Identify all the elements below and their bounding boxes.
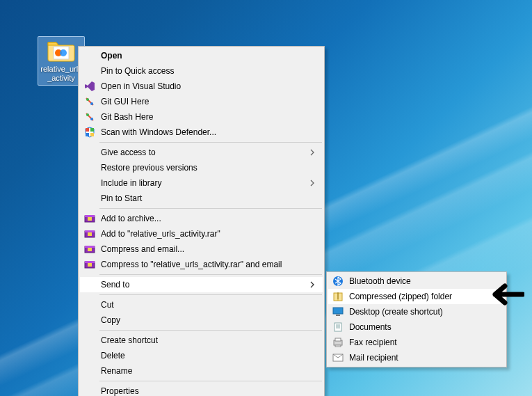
visual-studio-icon bbox=[84, 81, 95, 92]
mail-icon bbox=[332, 352, 344, 363]
send-to-submenu: Bluetooth device Compressed (zipped) fol… bbox=[326, 271, 507, 367]
svg-point-7 bbox=[86, 113, 89, 116]
menu-copy[interactable]: Copy bbox=[80, 312, 323, 328]
chevron-right-icon bbox=[309, 280, 316, 287]
menu-label: Compress and email... bbox=[101, 244, 184, 254]
svg-rect-17 bbox=[85, 230, 95, 232]
menu-windows-defender[interactable]: Scan with Windows Defender... bbox=[80, 125, 323, 140]
svg-rect-14 bbox=[85, 215, 95, 217]
menu-label: Rename bbox=[101, 366, 132, 376]
menu-label: Git GUI Here bbox=[101, 97, 149, 106]
folder-icon bbox=[47, 38, 76, 63]
menu-separator bbox=[99, 208, 322, 209]
submenu-label: Bluetooth device bbox=[349, 276, 411, 286]
git-icon bbox=[84, 96, 95, 107]
defender-shield-icon bbox=[84, 127, 95, 138]
menu-rename[interactable]: Rename bbox=[80, 363, 323, 379]
menu-restore-previous-versions[interactable]: Restore previous versions bbox=[80, 160, 323, 175]
menu-separator bbox=[99, 274, 322, 275]
svg-point-4 bbox=[86, 98, 89, 101]
svg-rect-31 bbox=[335, 338, 341, 341]
submenu-documents[interactable]: Documents bbox=[328, 319, 505, 335]
svg-point-2 bbox=[60, 49, 67, 56]
documents-icon bbox=[332, 322, 344, 333]
desktop-icon bbox=[332, 306, 344, 317]
submenu-label: Desktop (create shortcut) bbox=[349, 307, 443, 317]
menu-add-to-rar[interactable]: Add to "relative_urls_activity.rar" bbox=[80, 226, 323, 241]
menu-label: Give access to bbox=[101, 148, 156, 157]
menu-label: Scan with Windows Defender... bbox=[101, 127, 216, 137]
context-menu: Open Pin to Quick access Open in Visual … bbox=[78, 46, 325, 396]
menu-properties[interactable]: Properties bbox=[80, 383, 323, 396]
menu-label: Include in library bbox=[101, 178, 161, 188]
svg-rect-18 bbox=[88, 232, 92, 236]
menu-label: Delete bbox=[101, 351, 125, 361]
submenu-fax-recipient[interactable]: Fax recipient bbox=[328, 335, 505, 350]
winrar-icon bbox=[84, 259, 95, 270]
svg-rect-20 bbox=[85, 246, 95, 248]
menu-git-gui[interactable]: Git GUI Here bbox=[80, 94, 323, 109]
svg-rect-9 bbox=[86, 128, 89, 132]
menu-open-visual-studio[interactable]: Open in Visual Studio bbox=[80, 79, 323, 94]
svg-rect-29 bbox=[334, 323, 341, 331]
svg-point-8 bbox=[90, 118, 93, 120]
menu-label: Send to bbox=[101, 280, 129, 290]
menu-open-label: Open bbox=[101, 51, 122, 61]
submenu-bluetooth-device[interactable]: Bluetooth device bbox=[328, 274, 505, 289]
menu-separator bbox=[99, 381, 322, 381]
annotation-arrow-icon bbox=[483, 280, 524, 310]
svg-rect-15 bbox=[88, 217, 92, 221]
menu-separator bbox=[99, 294, 322, 295]
menu-separator bbox=[99, 330, 322, 331]
menu-label: Pin to Start bbox=[101, 193, 142, 203]
winrar-icon bbox=[84, 213, 95, 224]
menu-label: Git Bash Here bbox=[101, 112, 153, 122]
winrar-icon bbox=[84, 244, 95, 255]
svg-point-5 bbox=[90, 102, 93, 105]
chevron-right-icon bbox=[309, 179, 316, 186]
svg-rect-21 bbox=[88, 248, 92, 251]
menu-git-bash[interactable]: Git Bash Here bbox=[80, 109, 323, 125]
winrar-icon bbox=[84, 228, 95, 239]
menu-add-to-archive[interactable]: Add to archive... bbox=[80, 211, 323, 226]
menu-include-in-library[interactable]: Include in library bbox=[80, 175, 323, 191]
menu-pin-to-start[interactable]: Pin to Start bbox=[80, 191, 323, 206]
svg-rect-11 bbox=[86, 133, 89, 136]
menu-label: Pin to Quick access bbox=[101, 66, 174, 76]
bluetooth-icon bbox=[332, 276, 344, 287]
menu-label: Compress to "relative_urls_activity.rar"… bbox=[101, 260, 282, 269]
menu-label: Properties bbox=[101, 386, 139, 396]
menu-cut[interactable]: Cut bbox=[80, 297, 323, 312]
svg-rect-23 bbox=[85, 261, 95, 263]
svg-rect-27 bbox=[333, 308, 343, 314]
submenu-compressed-zipped-folder[interactable]: Compressed (zipped) folder bbox=[328, 289, 505, 304]
menu-label: Cut bbox=[101, 300, 114, 310]
zip-folder-icon bbox=[332, 291, 344, 302]
menu-compress-and-email[interactable]: Compress and email... bbox=[80, 241, 323, 257]
svg-rect-10 bbox=[90, 128, 94, 132]
fax-icon bbox=[332, 337, 344, 348]
menu-give-access-to[interactable]: Give access to bbox=[80, 145, 323, 160]
submenu-label: Documents bbox=[349, 322, 392, 332]
submenu-label: Mail recipient bbox=[349, 353, 398, 363]
svg-rect-24 bbox=[88, 263, 92, 267]
submenu-desktop-shortcut[interactable]: Desktop (create shortcut) bbox=[328, 304, 505, 319]
git-icon bbox=[84, 111, 95, 122]
menu-delete[interactable]: Delete bbox=[80, 348, 323, 363]
menu-create-shortcut[interactable]: Create shortcut bbox=[80, 333, 323, 348]
svg-rect-32 bbox=[335, 345, 341, 347]
submenu-label: Compressed (zipped) folder bbox=[349, 292, 452, 301]
svg-rect-28 bbox=[336, 315, 340, 316]
menu-send-to[interactable]: Send to bbox=[80, 277, 323, 292]
menu-pin-quick-access[interactable]: Pin to Quick access bbox=[80, 63, 323, 79]
menu-label: Open in Visual Studio bbox=[101, 81, 181, 91]
desktop-folder-label: relative_urls_activity bbox=[40, 65, 83, 83]
chevron-right-icon bbox=[309, 148, 316, 155]
menu-label: Add to archive... bbox=[101, 214, 161, 223]
menu-open[interactable]: Open bbox=[80, 48, 323, 63]
menu-separator bbox=[99, 142, 322, 143]
menu-label: Create shortcut bbox=[101, 335, 158, 345]
submenu-mail-recipient[interactable]: Mail recipient bbox=[328, 350, 505, 365]
menu-label: Copy bbox=[101, 315, 120, 325]
menu-compress-to-rar-and-email[interactable]: Compress to "relative_urls_activity.rar"… bbox=[80, 257, 323, 272]
